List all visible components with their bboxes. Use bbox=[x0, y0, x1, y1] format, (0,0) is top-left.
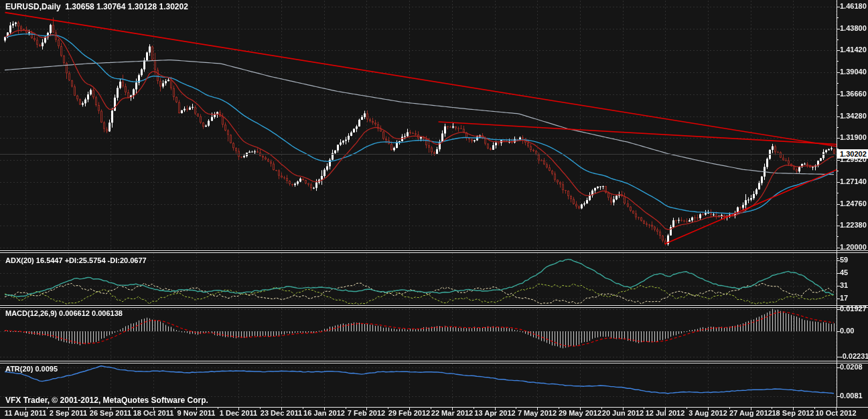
date-tick-label: 2 Sep 2011 bbox=[50, 409, 87, 417]
adx-tick-label: 31 bbox=[840, 281, 848, 290]
price-tick-label: 1.20000 bbox=[840, 243, 867, 252]
date-tick-label: 11 Aug 2011 bbox=[5, 409, 47, 417]
date-tick-label: 3 Aug 2012 bbox=[689, 409, 727, 417]
adx-tick-label: 59 bbox=[840, 256, 848, 264]
date-tick-label: 29 Feb 2012 bbox=[388, 409, 430, 417]
adx-tick-label: 17 bbox=[840, 294, 848, 303]
date-tick-label: 23 Dec 2011 bbox=[261, 409, 302, 417]
date-tick-label: 18 Sep 2012 bbox=[772, 409, 814, 417]
macd-tick-label: 0.00 bbox=[840, 327, 854, 335]
copyright-text: VFX Trader, © 2001-2012, MetaQuotes Soft… bbox=[5, 396, 208, 405]
date-tick-label: 18 Oct 2011 bbox=[133, 409, 174, 417]
date-tick-label: 13 Apr 2012 bbox=[474, 409, 515, 417]
date-tick-label: 26 Sep 2011 bbox=[90, 409, 131, 417]
macd-tick-label: -0.02231 bbox=[840, 352, 868, 361]
date-tick-label: 9 Nov 2011 bbox=[177, 409, 216, 417]
macd-indicator-label: MACD(12,26,9) 0.006612 0.006138 bbox=[5, 309, 123, 318]
macd-tick-label: 0.01927 bbox=[840, 305, 867, 313]
date-tick-label: 12 Jul 2012 bbox=[646, 409, 685, 417]
date-tick-label: 22 Mar 2012 bbox=[431, 409, 473, 417]
price-tick-label: 1.22380 bbox=[840, 221, 867, 230]
price-tick-label: 1.34280 bbox=[840, 112, 867, 120]
price-tick-label: 1.24760 bbox=[840, 199, 867, 208]
price-tick-label: 1.43800 bbox=[840, 24, 867, 33]
current-price-tag: 1.30202 bbox=[837, 149, 868, 159]
date-tick-label: 1 Dec 2011 bbox=[220, 409, 257, 417]
price-tick-label: 1.39040 bbox=[840, 68, 867, 76]
chart-symbol-title: EURUSD,Daily 1.30658 1.30764 1.30128 1.3… bbox=[5, 3, 188, 11]
date-tick-label: 20 Jun 2012 bbox=[602, 409, 644, 417]
adx-tick-label: 45 bbox=[840, 268, 848, 277]
price-tick-label: 1.46180 bbox=[840, 2, 867, 11]
atr-tick-label: 0.0208 bbox=[840, 363, 863, 371]
price-tick-label: 1.36660 bbox=[840, 90, 867, 98]
price-tick-label: 1.27140 bbox=[840, 177, 867, 186]
date-tick-label: 10 Oct 2012 bbox=[815, 409, 856, 417]
atr-tick-label: 0.0081 bbox=[840, 392, 863, 400]
date-tick-label: 29 May 2012 bbox=[559, 409, 601, 417]
date-tick-label: 7 Feb 2012 bbox=[348, 409, 385, 417]
adx-indicator-label: ADX(20) 16.5447 +DI:25.5754 -DI:20.0677 bbox=[5, 256, 147, 265]
price-tick-label: 1.31900 bbox=[840, 133, 867, 142]
date-tick-label: 7 May 2012 bbox=[518, 409, 557, 417]
price-chart-canvas[interactable] bbox=[0, 0, 868, 419]
trading-terminal-window: EURUSD,Daily 1.30658 1.30764 1.30128 1.3… bbox=[0, 0, 868, 419]
price-tick-label: 1.41420 bbox=[840, 46, 867, 54]
atr-indicator-label: ATR(20) 0.0095 bbox=[5, 365, 58, 373]
date-tick-label: 16 Jan 2012 bbox=[303, 409, 345, 417]
date-tick-label: 27 Aug 2012 bbox=[729, 409, 772, 417]
